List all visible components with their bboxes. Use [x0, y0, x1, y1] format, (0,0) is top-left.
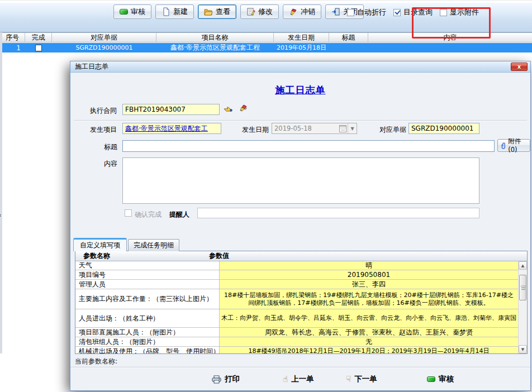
tab-custom-fields-label: 自定义填写项 [80, 241, 120, 250]
show-attachment-checkbox[interactable]: 显示附件 [440, 7, 479, 17]
content-textarea[interactable] [122, 157, 479, 204]
tab-custom-fields[interactable]: 自定义填写项 [73, 238, 127, 251]
pick-contract-hand-icon[interactable] [223, 103, 233, 115]
edit-contract-pencil-icon[interactable] [238, 102, 249, 114]
modify-button[interactable]: 修改 [240, 4, 279, 19]
writeoff-button[interactable]: 冲销 [283, 4, 321, 19]
param-value[interactable]: 木工：向尹贺、向玉成、胡令学、吕延东、胡玉、向云雷、向云龙、向小奎、向云飞、康浩… [220, 309, 518, 327]
row-doc-no: SGRZD190000001 [52, 43, 156, 52]
column-header-doc-no[interactable]: 对应单据 [52, 33, 156, 42]
catalog-query-checkbox[interactable]: 目录查询 [393, 7, 433, 17]
column-header-title[interactable]: 标题 [329, 33, 368, 42]
column-header-done[interactable]: 完成 [25, 33, 52, 42]
param-value-header: 参数值 [201, 251, 229, 261]
attachment-button-label: 附件(0) [508, 137, 526, 154]
new-button[interactable]: 新建 [155, 4, 194, 19]
confirm-done-checkbox[interactable] [125, 209, 132, 217]
calendar-icon [339, 125, 346, 132]
param-name: 人员进出场：（姓名工种） [75, 309, 220, 327]
audit-button[interactable]: 审核 [113, 4, 151, 19]
param-name-header: 参数名称 [75, 251, 201, 261]
contract-input[interactable] [122, 104, 220, 115]
new-button-label: 新建 [173, 7, 188, 17]
param-row[interactable]: 人员进出场：（姓名工种） 木工：向尹贺、向玉成、胡令学、吕延东、胡玉、向云雷、向… [75, 309, 518, 328]
params-grid: 参数名称 参数值 天气 晴 项目编号 2019050801 管理人员 张三、李四 [75, 251, 528, 354]
params-scrollbar[interactable]: ▲ ▼ [518, 261, 527, 353]
param-name: 清包班组人员：（附图片） [75, 337, 220, 346]
reminder-label: 提醒人 [169, 210, 189, 219]
dialog-close-button[interactable]: x [511, 63, 528, 71]
modify-button-label: 修改 [258, 7, 273, 17]
docno-input[interactable] [408, 123, 479, 134]
print-button-label: 打印 [225, 374, 240, 384]
param-row[interactable]: 主要施工内容及工作量：（需三张以上图片） 18#楼十层墙板加固，绑扎梁钢筋；19… [75, 289, 518, 309]
row-seq: 1 [0, 43, 25, 52]
collapse-panel-arrow[interactable]: ‹ [0, 212, 1, 219]
audit-icon [427, 376, 435, 382]
audit-icon [120, 9, 128, 15]
param-name: 天气 [75, 261, 220, 270]
date-picker[interactable]: 2019-05-18 ▼ [272, 123, 357, 134]
param-value[interactable]: 晴 [220, 261, 518, 270]
param-row[interactable]: 项目部直属施工人员：（附图片） 周双龙、韩长忠、高海云、于修营、张麦秋、赵边防、… [75, 328, 518, 337]
params-grid-rows: 天气 晴 项目编号 2019050801 管理人员 张三、李四 主要施工内容及工… [75, 261, 518, 353]
reminder-input[interactable] [197, 208, 479, 218]
param-row[interactable]: 项目编号 2019050801 [75, 270, 518, 280]
form-heading: 施工日志单 [70, 84, 530, 97]
param-row[interactable]: 清包班组人员：（附图片） 无 [75, 337, 518, 347]
column-header-project[interactable]: 项目名称 [156, 33, 274, 42]
edit-notepad-icon [246, 7, 255, 16]
view-button-label: 查看 [216, 7, 230, 17]
param-value[interactable]: 无 [220, 337, 518, 346]
param-name: 项目编号 [75, 270, 220, 279]
title-label: 标题 [104, 142, 117, 152]
param-value[interactable]: 18#楼49塔吊2018年12月1日—2019年1月20日；2019年3月19日… [220, 347, 518, 353]
previous-doc-button-label: 上一单 [291, 374, 314, 384]
column-header-date[interactable]: 发生日期 [274, 33, 329, 42]
date-dropdown-arrow[interactable]: ▼ [348, 123, 357, 133]
table-row[interactable]: 1 SGRZD190000001 鑫都·帝景示范区景观配套工程 2019年05月… [0, 43, 532, 52]
param-value[interactable]: 张三、李四 [220, 280, 518, 289]
attachment-button[interactable]: 附件(0) [497, 139, 530, 152]
scroll-up-arrow[interactable]: ▲ [519, 261, 527, 270]
dialog-body: 施工日志单 执行合同 发生项目 鑫都·帝景示范区景观配套工 发生日期 2019-… [70, 73, 530, 390]
project-link-field[interactable]: 鑫都·帝景示范区景观配套工 [122, 123, 221, 134]
param-value[interactable]: 18#楼十层墙板加固，绑扎梁钢筋；19#楼绑扎九层支墙柱模板；20#楼十层绑扎钢… [220, 289, 518, 309]
show-attachment-checkbox-box[interactable] [440, 9, 447, 16]
scroll-thumb[interactable] [519, 275, 526, 300]
contract-label: 执行合同 [90, 106, 117, 116]
param-row[interactable]: 天气 晴 [75, 261, 518, 270]
catalog-query-checkbox-label: 目录查询 [403, 7, 433, 17]
catalog-query-checkbox-box[interactable] [393, 9, 401, 16]
side-splitter[interactable] [0, 32, 2, 353]
dialog-titlebar[interactable]: 施工日志单 [70, 61, 530, 73]
row-done-cell[interactable] [25, 43, 52, 52]
next-doc-button[interactable]: ☟ 下一单 [346, 374, 377, 384]
column-header-seq[interactable]: 序号 [0, 33, 25, 42]
title-input[interactable] [122, 140, 495, 152]
confirm-done-label: 确认完成 [135, 210, 162, 219]
previous-doc-button[interactable]: ☝ 上一单 [283, 374, 314, 384]
current-param-status: 当前参数名称: [75, 357, 117, 366]
column-header-content[interactable]: 内容 [368, 33, 532, 42]
row-done-checkbox[interactable] [35, 45, 42, 51]
view-button[interactable]: 查看 [198, 4, 236, 19]
date-label: 发生日期 [242, 125, 269, 135]
param-value[interactable]: 周双龙、韩长忠、高海云、于修营、张麦秋、赵边防、王新兴、秦梦贤 [220, 328, 518, 337]
audit-footer-button-label: 审核 [439, 374, 454, 384]
tab-task-detail-label: 完成任务明细 [134, 241, 174, 250]
autowrap-checkbox-label: 自动折行 [357, 7, 386, 17]
param-row[interactable]: 管理人员 张三、李四 [75, 280, 518, 289]
param-row[interactable]: 机械进出场及使用：（品牌、型号、使用时间） 18#楼49塔吊2018年12月1日… [75, 347, 518, 353]
scroll-down-arrow[interactable]: ▼ [519, 345, 527, 353]
tab-task-detail[interactable]: 完成任务明细 [128, 239, 179, 251]
param-value[interactable]: 2019050801 [220, 270, 518, 279]
autowrap-checkbox-box[interactable] [347, 9, 354, 16]
pencil-eraser-icon [289, 7, 298, 16]
audit-footer-button[interactable]: 审核 [427, 374, 454, 384]
row-title [329, 43, 368, 52]
project-link[interactable]: 鑫都·帝景示范区景观配套工 [125, 124, 208, 133]
print-button[interactable]: 打印 [212, 374, 240, 384]
content-label: 内容 [104, 159, 117, 169]
autowrap-checkbox[interactable]: 自动折行 [347, 7, 386, 17]
